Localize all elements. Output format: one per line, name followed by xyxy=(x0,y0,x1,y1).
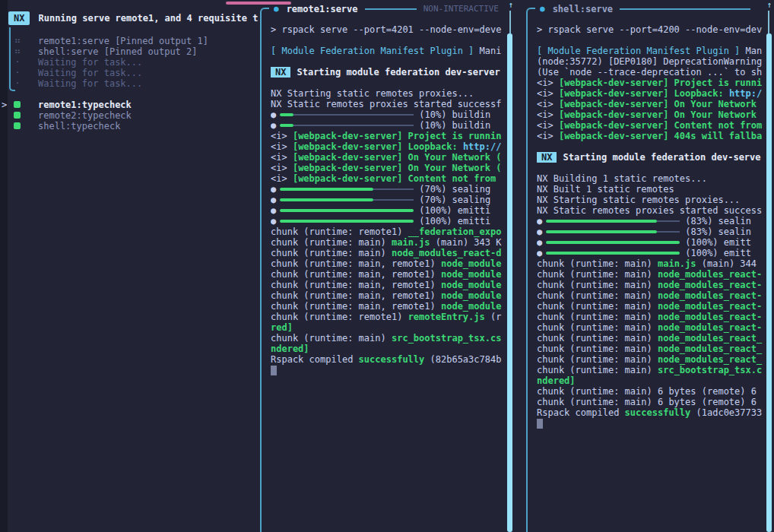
terminal-line: ●(83%) sealin xyxy=(537,216,763,226)
terminal-line: chunk (runtime: remote1) remoteEntry.js … xyxy=(271,312,503,322)
terminal-text-segment: chunk (runtime: remote1) xyxy=(271,312,408,322)
task-row-completed[interactable]: shell:typecheck xyxy=(0,121,259,131)
terminal-text-segment: [webpack-dev-server] Content not from xyxy=(293,173,496,184)
terminal-text-segment: node_module xyxy=(441,290,501,301)
terminal-line: ●(83%) sealin xyxy=(537,226,763,237)
task-row-completed[interactable]: >remote1:typecheck xyxy=(0,100,259,110)
terminal-text-segment: <i> xyxy=(271,131,293,141)
progress-bullet-icon: ● xyxy=(271,120,276,131)
terminal-line: chunk (runtime: main) node_modules_react… xyxy=(537,354,763,365)
terminal-text-segment: <i> xyxy=(537,120,559,131)
terminal-line: chunk (runtime: main) 6 bytes (remote) 6 xyxy=(537,386,763,397)
terminal-text-segment: chunk (runtime: main) xyxy=(537,290,658,301)
terminal-text-segment: main.js xyxy=(392,237,430,248)
terminal-text-segment: [ Module Federation Manifest Plugin ] xyxy=(537,46,740,56)
scrollbar-track[interactable] xyxy=(768,11,769,33)
terminal-line: Rspack compiled successfully (82b65a3c78… xyxy=(271,354,503,365)
terminal-line: <i> [webpack-dev-server] Content not fro… xyxy=(537,120,763,131)
terminal-line: <i> [webpack-dev-server] Project is runn… xyxy=(271,131,503,141)
task-row-pinned[interactable]: ·Waiting for task... xyxy=(0,57,259,68)
success-square-icon xyxy=(14,112,21,119)
terminal-line: NXStarting module federation dev-serve xyxy=(537,152,763,163)
terminal-line: ●(10%) buildin xyxy=(271,109,503,120)
terminal-text-segment: successfully xyxy=(359,354,425,365)
terminal-text-segment: (main) 343 K xyxy=(430,237,502,248)
progress-rest xyxy=(293,125,414,126)
terminal-header[interactable]: ● remote1:serve NON-INTERACTIVE xyxy=(274,2,499,15)
progress-label: (100%) emitt xyxy=(685,237,751,248)
scrollbar-thumb[interactable] xyxy=(766,33,772,532)
terminal-text-segment: [webpack-dev-server] On Your Network ( xyxy=(293,163,502,173)
terminal-text-segment: <i> xyxy=(537,109,559,120)
terminal-line: chunk (runtime: main, remote1) node_modu… xyxy=(271,269,503,280)
task-list: ⠶remote1:serve [Pinned output 1]⠶shell:s… xyxy=(0,36,259,131)
terminal-text-segment: red] xyxy=(271,322,293,333)
progress-label: (10%) buildin xyxy=(419,120,490,131)
terminal-line: chunk (runtime: main, remote1) node_modu… xyxy=(271,290,503,301)
task-spacer xyxy=(0,89,259,100)
terminal-text-segment: node_modules_react_ xyxy=(658,354,762,365)
terminal-line: > rspack serve --port=4201 --node-env=de… xyxy=(271,24,503,35)
task-row-pinned[interactable]: ⠶shell:serve [Pinned output 2] xyxy=(0,46,259,57)
terminal-line: Rspack compiled successfully (1adc0e3773… xyxy=(537,407,763,418)
terminal-text-segment: <i> xyxy=(537,99,559,109)
terminal-line xyxy=(537,141,763,152)
scroll-up-arrow[interactable]: ↑ xyxy=(766,0,772,10)
header-rule xyxy=(620,8,750,10)
terminal-line xyxy=(271,365,503,375)
terminal-text-segment: Rspack compiled xyxy=(271,354,359,365)
progress-bar xyxy=(280,120,414,131)
progress-bar xyxy=(546,248,680,258)
terminal-text-segment: chunk (runtime: main) xyxy=(537,365,658,375)
terminal-text-segment: main.js xyxy=(658,258,696,269)
scrollbar-track[interactable] xyxy=(509,11,511,33)
panel-border xyxy=(526,8,535,532)
progress-bar xyxy=(280,184,414,195)
terminal-text-segment: node_modules_react- xyxy=(658,301,762,312)
terminal-line: chunk (runtime: main) node_modules_react… xyxy=(537,312,763,322)
terminal-line: chunk (runtime: main) node_modules_react… xyxy=(537,301,763,312)
waiting-dot-icon: · xyxy=(12,68,23,78)
terminal-output: > rspack serve --port=4201 --node-env=de… xyxy=(271,24,503,532)
scrollbar-thumb[interactable] xyxy=(507,33,512,532)
terminal-text-segment: node_module xyxy=(441,269,501,280)
terminal-text-segment: node_modules_react-d xyxy=(392,248,502,258)
terminal-line: NX Static remotes proxies started succes… xyxy=(537,205,763,216)
terminal-text-segment: <i> xyxy=(537,88,559,99)
progress-bullet-icon: ● xyxy=(537,226,542,237)
terminal-line xyxy=(537,418,763,429)
terminal-line: [ Module Federation Manifest Plugin ] Ma… xyxy=(271,46,503,56)
terminal-line: ●(100%) emitt xyxy=(537,248,763,258)
terminal-line: chunk (runtime: main) node_modules_react… xyxy=(271,248,503,258)
progress-fill xyxy=(280,220,414,223)
task-row-pinned[interactable]: ·Waiting for task... xyxy=(0,78,259,89)
terminal-title: remote1:serve xyxy=(287,4,358,14)
progress-rest xyxy=(657,231,680,233)
terminal-line: NX Built 1 static remotes xyxy=(537,184,763,195)
terminal-line: ●(100%) emitti xyxy=(271,216,503,226)
terminal-text-segment: node_modules_react- xyxy=(658,280,762,290)
terminal-text-segment: chunk (runtime: main) 6 bytes (remote) 6 xyxy=(537,397,757,407)
task-row-completed[interactable]: remote2:typecheck xyxy=(0,110,259,121)
status-dot: ● xyxy=(274,4,279,14)
terminal-text-segment: http:// xyxy=(463,141,502,152)
task-row-pinned[interactable]: ·Waiting for task... xyxy=(0,68,259,78)
waiting-dot-icon: · xyxy=(12,57,23,68)
terminal-header[interactable]: ● shell:serve xyxy=(540,2,757,15)
terminal-text-segment: chunk (runtime: main) xyxy=(271,248,392,258)
task-row-pinned[interactable]: ⠶remote1:serve [Pinned output 1] xyxy=(0,36,259,46)
terminal-title: shell:serve xyxy=(553,4,613,14)
terminal-text-segment: chunk (runtime: main) xyxy=(537,280,658,290)
terminal-text-segment: <i> xyxy=(271,163,293,173)
terminal-text-segment: node_module xyxy=(441,301,501,312)
terminal-text-segment: <i> xyxy=(537,78,559,88)
text-cursor xyxy=(271,366,277,375)
terminal-line: NX Building 1 static remotes... xyxy=(537,173,763,184)
scroll-up-arrow[interactable]: ↑ xyxy=(508,0,513,10)
terminal-line: chunk (runtime: main) node_modules_react… xyxy=(537,290,763,301)
terminal-text-segment: chunk (runtime: main, remote1) xyxy=(271,258,441,269)
nx-inline-badge: NX xyxy=(271,67,290,78)
nx-inline-badge: NX xyxy=(537,152,557,163)
terminal-text-segment: NX Static remotes proxies started succes… xyxy=(537,205,762,216)
terminal-text-segment: chunk (runtime: main) xyxy=(537,322,658,333)
